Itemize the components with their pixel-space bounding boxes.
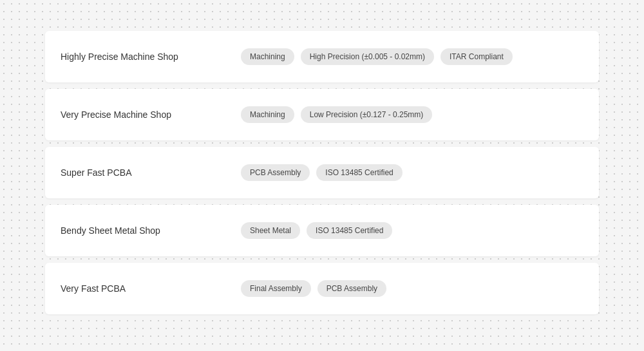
list-item-bendy-sheet-metal-shop[interactable]: Bendy Sheet Metal ShopSheet MetalISO 134…: [45, 205, 599, 256]
tags-container: MachiningHigh Precision (±0.005 - 0.02mm…: [202, 48, 583, 65]
suppliers-list: Highly Precise Machine ShopMachiningHigh…: [45, 31, 599, 321]
tag: ISO 13485 Certified: [316, 164, 402, 181]
item-name: Super Fast PCBA: [61, 167, 202, 178]
tag: Machining: [241, 48, 294, 65]
tag: Low Precision (±0.127 - 0.25mm): [301, 106, 433, 123]
tag: Final Assembly: [241, 280, 311, 297]
tag: PCB Assembly: [241, 164, 310, 181]
tag: ITAR Compliant: [440, 48, 513, 65]
tags-container: Final AssemblyPCB Assembly: [202, 280, 583, 297]
list-item-very-precise-machine-shop[interactable]: Very Precise Machine ShopMachiningLow Pr…: [45, 89, 599, 140]
item-name: Highly Precise Machine Shop: [61, 52, 202, 62]
list-item-highly-precise-machine-shop[interactable]: Highly Precise Machine ShopMachiningHigh…: [45, 31, 599, 82]
item-name: Very Fast PCBA: [61, 283, 202, 294]
tag: Sheet Metal: [241, 222, 300, 239]
item-name: Very Precise Machine Shop: [61, 109, 202, 120]
tag: ISO 13485 Certified: [307, 222, 392, 239]
list-item-super-fast-pcba[interactable]: Super Fast PCBAPCB AssemblyISO 13485 Cer…: [45, 147, 599, 198]
tags-container: PCB AssemblyISO 13485 Certified: [202, 164, 583, 181]
list-item-very-fast-pcba[interactable]: Very Fast PCBAFinal AssemblyPCB Assembly: [45, 263, 599, 314]
tags-container: Sheet MetalISO 13485 Certified: [202, 222, 583, 239]
tag: Machining: [241, 106, 294, 123]
tags-container: MachiningLow Precision (±0.127 - 0.25mm): [202, 106, 583, 123]
tag: High Precision (±0.005 - 0.02mm): [301, 48, 434, 65]
tag: PCB Assembly: [317, 280, 386, 297]
item-name: Bendy Sheet Metal Shop: [61, 225, 202, 236]
